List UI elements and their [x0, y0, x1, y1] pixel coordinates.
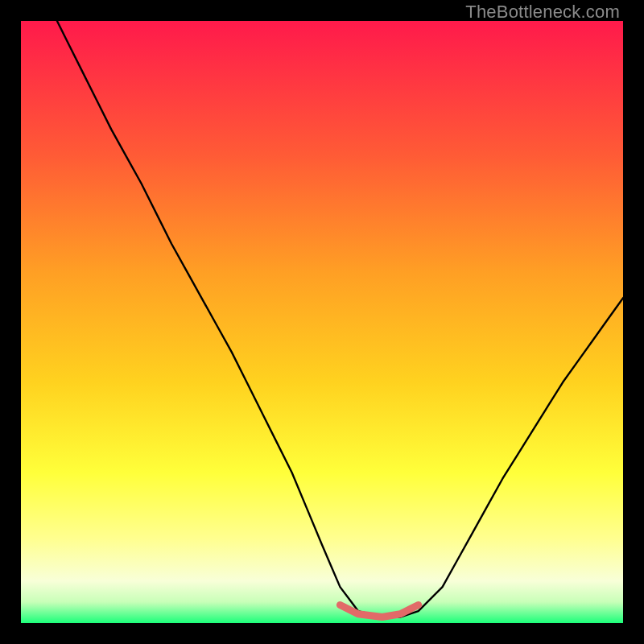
bottleneck-curve	[21, 21, 623, 623]
watermark-text: TheBottleneck.com	[465, 2, 620, 23]
chart-frame	[21, 21, 623, 623]
